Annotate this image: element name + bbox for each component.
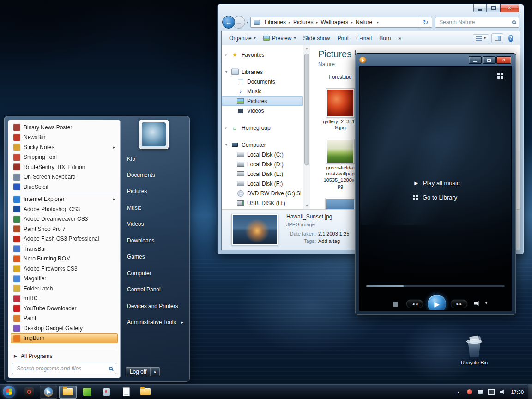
close-button[interactable]: ✕ (496, 56, 511, 64)
toolbar-button[interactable]: Burn (375, 33, 394, 43)
sidebar-item[interactable]: Documents (222, 77, 303, 86)
taskbar-folder-app-button[interactable] (137, 386, 154, 399)
expander-icon[interactable]: ▾ (225, 143, 231, 147)
network-status-icon[interactable] (487, 387, 496, 397)
start-menu-item[interactable]: Sticky Notes▸ (11, 142, 118, 152)
toolbar-button[interactable]: » (395, 33, 405, 43)
start-menu-item[interactable]: ImgBurn (11, 333, 118, 344)
start-menu-place[interactable]: Documents (127, 171, 184, 178)
help-button[interactable]: ? (506, 33, 516, 43)
volume-dropdown-icon[interactable]: ▾ (485, 301, 487, 305)
start-menu-item[interactable]: Desktop Gadget Gallery (11, 323, 118, 333)
start-menu-place[interactable]: Administrative Tools▸ (127, 319, 184, 326)
previous-button[interactable]: ◄◄ (406, 299, 423, 308)
breadcrumb-dropdown-icon[interactable]: ▾ (377, 20, 379, 24)
start-menu-item[interactable]: Binary News Poster (11, 122, 118, 133)
taskbar-opera-button[interactable]: O (20, 386, 38, 399)
sidebar-item[interactable]: Local Disk (E:) (222, 169, 303, 179)
breadcrumb-item[interactable]: Libraries (262, 19, 289, 25)
show-desktop-button[interactable] (528, 385, 532, 399)
taskbar-windows-media-player-button[interactable] (40, 386, 57, 399)
scroll-down-icon[interactable]: ▼ (303, 203, 310, 209)
wmp-menu-item[interactable]: Go to Library (413, 193, 459, 202)
seek-bar[interactable] (366, 285, 505, 287)
wmp-menu-item[interactable]: ▶Play all music (413, 179, 459, 187)
maximize-button[interactable] (483, 56, 496, 64)
breadcrumb-item[interactable]: Nature (353, 19, 375, 25)
taskbar-windows-explorer-button[interactable] (59, 386, 77, 399)
start-menu-search-box[interactable] (12, 363, 116, 374)
start-menu-item[interactable]: Paint (11, 314, 118, 324)
start-menu-item[interactable]: On-Screen Keyboard (11, 172, 118, 182)
start-menu-item[interactable]: FolderLatch (11, 284, 118, 294)
change-view-button[interactable]: ▾ (473, 34, 489, 42)
start-menu-place[interactable]: Games (127, 254, 184, 260)
stop-button[interactable] (393, 302, 398, 307)
maximize-button[interactable] (487, 4, 500, 12)
toolbar-button[interactable]: Slide show (299, 33, 333, 43)
start-menu-item[interactable]: Magnifier (11, 274, 118, 284)
minimize-button[interactable] (469, 56, 482, 64)
log-off-button[interactable]: Log off (125, 367, 151, 377)
security-status-icon[interactable] (465, 387, 473, 397)
sidebar-item[interactable]: USB_DISK (H:) (222, 198, 303, 208)
expander-icon[interactable]: ▾ (225, 70, 231, 74)
start-menu-item[interactable]: Adobe Fireworks CS3 (11, 264, 118, 274)
start-menu-item[interactable]: Adobe Photoshop CS3 (11, 204, 118, 214)
start-menu-place[interactable]: Pictures (127, 188, 184, 195)
sidebar-item[interactable]: ▾Libraries (222, 67, 303, 77)
sidebar-item[interactable]: Pictures (222, 96, 303, 106)
taskbar-green-app-button[interactable] (79, 386, 96, 399)
recent-pages-dropdown-icon[interactable]: ▾ (247, 20, 248, 24)
all-programs-button[interactable]: ▶ All Programs (14, 353, 53, 359)
sidebar-item[interactable]: ▹⌂Homegroup (222, 123, 303, 133)
start-menu-place[interactable]: Downloads (127, 237, 184, 244)
show-hidden-icons-icon[interactable]: ▴ (454, 387, 462, 397)
start-menu-place[interactable]: Control Panel (127, 286, 184, 293)
back-button[interactable]: ← (222, 16, 235, 29)
start-menu-item[interactable]: Adobe Flash CS3 Professional (11, 234, 118, 244)
user-name[interactable]: KI5 (127, 156, 135, 162)
start-menu-item[interactable]: mIRC (11, 294, 118, 304)
taskbar-clock[interactable]: 17:30 (511, 389, 524, 395)
explorer-search-input[interactable] (438, 18, 510, 26)
start-button[interactable] (3, 386, 15, 398)
start-menu-place[interactable]: Music (127, 204, 184, 211)
start-menu-item[interactable]: Paint Shop Pro 7 (11, 224, 118, 234)
start-menu-item[interactable]: Snipping Tool (11, 152, 118, 163)
start-menu-place[interactable]: Videos (127, 221, 184, 228)
add-tag-field[interactable]: Add a tag (318, 238, 340, 244)
toolbar-button[interactable]: Print (333, 33, 352, 43)
next-button[interactable]: ►► (450, 299, 468, 308)
preview-pane-button[interactable] (491, 33, 503, 43)
address-bar[interactable]: Libraries▸Pictures▸Wallpapers▸Nature▾ ↻ (250, 17, 432, 28)
scrollbar-thumb[interactable] (304, 54, 309, 165)
taskbar-notepad-button[interactable] (117, 386, 135, 399)
start-search-input[interactable] (16, 365, 107, 372)
start-menu-item[interactable]: Nero Burning ROM (11, 254, 118, 264)
start-menu-item[interactable]: Internet Explorer▸ (11, 194, 118, 205)
start-menu-place[interactable]: Computer (127, 270, 184, 277)
breadcrumb-item[interactable]: Wallpapers (318, 19, 351, 25)
volume-icon[interactable] (498, 387, 507, 397)
mute-button[interactable] (474, 300, 481, 307)
sidebar-item[interactable]: DVD RW Drive (G:) Simps (222, 188, 303, 198)
sidebar-item[interactable]: Local Disk (D:) (222, 159, 303, 169)
date-taken-value[interactable]: 2.1.2003 1:25 (318, 231, 349, 236)
sidebar-item[interactable]: ▾Computer (222, 140, 303, 150)
play-button[interactable]: ▶ (427, 294, 447, 311)
scroll-up-icon[interactable]: ▲ (303, 45, 310, 52)
start-menu-place[interactable]: Devices and Printers (127, 302, 184, 309)
sidebar-item[interactable]: ▹★Favorites (222, 50, 303, 60)
action-center-icon[interactable] (476, 387, 484, 397)
start-menu-item[interactable]: TransBar (11, 244, 118, 254)
sidebar-scrollbar[interactable]: ▲ ▼ (303, 45, 310, 209)
switch-to-library-icon[interactable] (497, 73, 504, 79)
toolbar-button[interactable]: Organize▾ (225, 33, 260, 43)
log-off-options-arrow[interactable]: ▸ (151, 367, 160, 377)
close-button[interactable]: ✕ (500, 4, 519, 12)
sidebar-item[interactable]: Local Disk (F:) (222, 179, 303, 188)
start-menu-item[interactable]: Adobe Dreamweaver CS3 (11, 214, 118, 224)
expander-icon[interactable]: ▹ (225, 126, 231, 130)
refresh-button[interactable]: ↻ (420, 17, 431, 27)
